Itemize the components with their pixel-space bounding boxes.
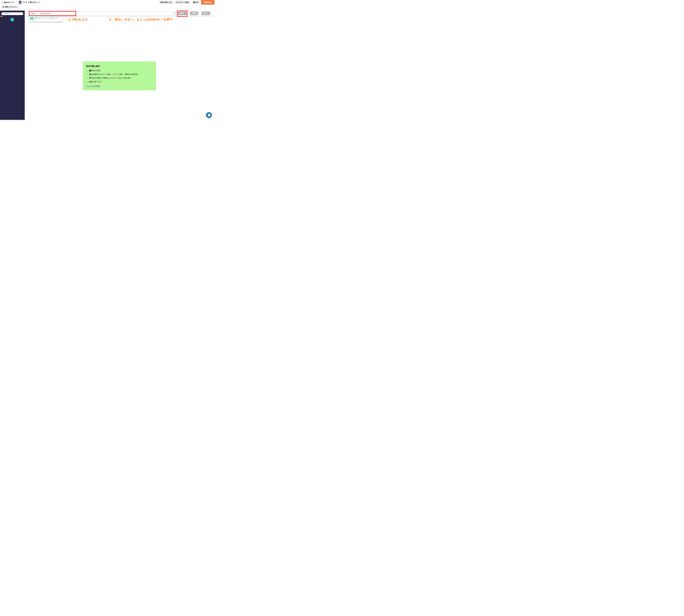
exit-edit-label: 編集を終了する [4, 1, 15, 3]
plus-icon: + [12, 18, 13, 21]
run-button[interactable]: 実行 [192, 1, 200, 4]
panel-item-extracted-list: + 現在の状態での取得したテキスト等の一覧を表示 [86, 76, 153, 80]
gear-icon [89, 73, 91, 75]
panel-title: 現在可能な操作 [86, 65, 153, 67]
enable-notifications-button[interactable]: 通知を有効にする [159, 1, 174, 4]
reshow-button[interactable]: 再表示 [190, 12, 198, 15]
exit-edit-link[interactable]: ❮ 編集を終了する [1, 1, 15, 3]
available-actions-panel: 現在可能な操作 + 操作の追加 + 設定変更 (ロボット名称・ファイル添付・通知… [83, 62, 156, 90]
url-tooltip: 詳細 最初にURLを入力してEnterを押して下さい。 [29, 17, 63, 22]
page-title: テスト用ロボット [23, 1, 40, 4]
detail-badge: 詳細 [30, 17, 33, 20]
tooltip-text: 最初にURLを入力してEnterを押して下さい。 [35, 17, 59, 21]
add-step-button[interactable]: + [10, 18, 14, 21]
browser-back-button[interactable]: ← [26, 10, 29, 14]
plus-circle-icon [89, 69, 91, 72]
chat-bubble-icon [206, 112, 212, 118]
browser-toolbar: ← 表示 再表示 閉じる [25, 9, 214, 16]
app-root: ❮ 編集を終了する [0, 0, 214, 121]
chat-launcher-button[interactable] [206, 112, 212, 118]
close-button[interactable]: 閉じる [202, 12, 210, 15]
toolbar-separator [200, 12, 200, 15]
annotation-step2: 2.「表示」ボタン、もしくはEnterキーを押下↑ [109, 17, 174, 22]
chevron-left-icon: ❮ [1, 1, 3, 3]
copy-url-icon[interactable] [174, 12, 176, 15]
start-node[interactable]: START [1, 12, 23, 15]
play-circle-icon [193, 1, 195, 3]
robot-avatar-icon [18, 1, 22, 4]
open-manual-link[interactable]: マニュアルを開く [86, 85, 100, 87]
url-input[interactable] [29, 12, 177, 15]
save-changes-button[interactable]: 変更を保存 [201, 0, 214, 5]
sidebar-scrollbar[interactable] [0, 120, 25, 121]
panel-item-settings: + 設定変更 (ロボット名称・ファイル添付・通知先の変更等) [86, 72, 153, 76]
header: ❮ 編集を終了する [0, 0, 214, 5]
panel-item-add-action: + 操作の追加 [86, 69, 153, 72]
extracted-text-button[interactable]: 取得したテキスト [1, 5, 19, 8]
robot-settings-button[interactable]: ロボットの設定 [175, 1, 190, 4]
panel-item-exit-edit: + 編集を終了する [86, 80, 153, 84]
annotation-step1: ↑1. URLを入力 [67, 17, 88, 22]
flow-arrow-icon [1, 15, 3, 17]
list-icon [3, 6, 4, 8]
show-button[interactable]: 表示 [178, 12, 187, 15]
list-icon [89, 77, 91, 79]
flow-sidebar: START + [0, 10, 25, 121]
gear-icon [176, 1, 178, 3]
